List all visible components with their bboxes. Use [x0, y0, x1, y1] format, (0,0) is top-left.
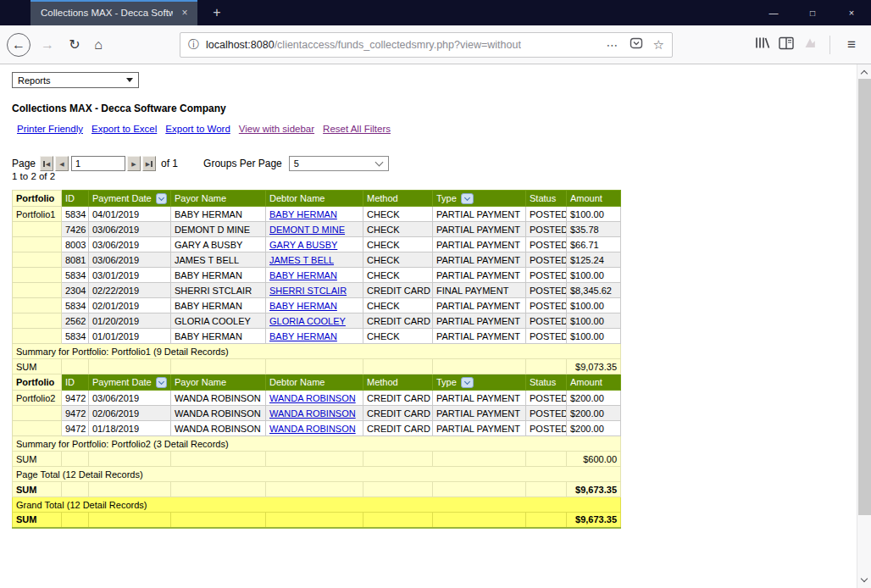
previous-page-button[interactable]: ◀ — [55, 156, 69, 171]
type-cell: PARTIAL PAYMENT — [433, 298, 526, 313]
first-page-button[interactable]: ◀ — [40, 156, 53, 171]
reports-dropdown-value: Reports — [18, 75, 51, 86]
library-icon[interactable] — [754, 36, 770, 53]
debtor-link[interactable]: DEMONT D MINE — [269, 225, 345, 235]
url-bar[interactable]: ⓘ localhost:8080 /clientaccess/funds_col… — [180, 32, 673, 58]
debtor-link[interactable]: WANDA ROBINSON — [269, 408, 356, 419]
debtor-link[interactable]: JAMES T BELL — [269, 255, 334, 265]
column-header-status[interactable]: Status — [526, 374, 567, 391]
export-to-excel-link[interactable]: Export to Excel — [92, 124, 157, 134]
amount-cell: $125.24 — [567, 252, 621, 268]
portfolio-cell — [13, 298, 62, 313]
sum-label: SUM — [13, 359, 62, 374]
method-cell: CREDIT CARD — [363, 283, 433, 298]
debtor-name-cell: BABY HERMAN — [266, 329, 363, 344]
column-header-label: Payor Name — [175, 193, 226, 203]
groups-per-page-select[interactable]: 5 — [289, 156, 389, 171]
method-cell: CREDIT CARD — [363, 406, 433, 421]
empty-cell — [266, 359, 363, 374]
reports-dropdown[interactable]: Reports — [12, 72, 139, 88]
column-header-debtor-name[interactable]: Debtor Name — [266, 191, 363, 207]
filter-icon[interactable] — [461, 377, 474, 388]
page-number-input[interactable] — [71, 156, 125, 171]
empty-cell — [363, 452, 433, 467]
back-icon[interactable]: ← — [7, 33, 31, 57]
column-header-label: Debtor Name — [269, 193, 325, 203]
status-cell: POSTED — [526, 329, 567, 344]
sidebars-icon[interactable] — [779, 36, 794, 53]
debtor-link[interactable]: WANDA ROBINSON — [269, 393, 356, 403]
forward-icon[interactable]: → — [36, 33, 59, 57]
window-titlebar: Collections MAX - Decca Software C × + —… — [0, 0, 871, 25]
column-header-type[interactable]: Type — [433, 191, 526, 207]
printer-friendly-link[interactable]: Printer Friendly — [17, 124, 83, 134]
pocket-icon[interactable] — [630, 36, 643, 53]
vertical-scrollbar[interactable] — [857, 64, 871, 588]
filter-icon[interactable] — [156, 377, 167, 388]
column-header-method[interactable]: Method — [363, 191, 433, 207]
bookmark-star-icon[interactable]: ☆ — [653, 37, 664, 53]
view-with-sidebar-link[interactable]: View with sidebar — [239, 124, 314, 134]
debtor-link[interactable]: BABY HERMAN — [269, 331, 337, 341]
reset-all-filters-link[interactable]: Reset All Filters — [323, 124, 391, 134]
method-cell: CHECK — [363, 329, 433, 344]
debtor-link[interactable]: BABY HERMAN — [269, 209, 337, 219]
navigation-toolbar: ← → ↻ ⌂ ⓘ localhost:8080 /clientaccess/f… — [0, 25, 871, 64]
status-cell: POSTED — [526, 283, 567, 298]
tab-close-icon[interactable]: × — [178, 7, 191, 19]
method-cell: CHECK — [363, 268, 433, 283]
debtor-link[interactable]: BABY HERMAN — [269, 301, 337, 311]
debtor-link[interactable]: GLORIA COOLEY — [269, 316, 346, 326]
column-header-method[interactable]: Method — [363, 374, 433, 391]
column-header-amount[interactable]: Amount — [567, 191, 621, 207]
page-content: Reports Collections MAX - Decca Software… — [0, 64, 871, 588]
scroll-up-button[interactable] — [857, 66, 871, 79]
column-header-payor-name[interactable]: Payor Name — [171, 191, 266, 207]
home-icon[interactable]: ⌂ — [86, 33, 110, 57]
column-header-debtor-name[interactable]: Debtor Name — [266, 374, 363, 391]
column-header-id[interactable]: ID — [62, 374, 89, 391]
group-sum-row: SUM$600.00 — [13, 452, 621, 467]
empty-cell — [526, 513, 567, 528]
scrollbar-thumb[interactable] — [858, 79, 871, 515]
close-button[interactable]: × — [832, 0, 871, 25]
column-header-payment-date[interactable]: Payment Date — [89, 191, 171, 207]
page-actions-icon[interactable]: ⋯ — [607, 38, 619, 52]
column-header-id[interactable]: ID — [62, 191, 89, 207]
empty-cell — [89, 482, 171, 497]
debtor-link[interactable]: SHERRI STCLAIR — [269, 286, 347, 296]
minimize-button[interactable]: — — [754, 0, 793, 25]
column-header-status[interactable]: Status — [526, 191, 567, 207]
next-page-button[interactable]: ▶ — [127, 156, 141, 171]
column-header-amount[interactable]: Amount — [567, 374, 621, 391]
filter-icon[interactable] — [461, 193, 474, 204]
type-cell: PARTIAL PAYMENT — [433, 252, 526, 268]
hamburger-menu-icon[interactable]: ≡ — [842, 36, 861, 53]
filter-icon[interactable] — [156, 193, 167, 204]
empty-cell — [89, 452, 171, 467]
debtor-link[interactable]: BABY HERMAN — [269, 270, 337, 280]
status-cell: POSTED — [526, 222, 567, 237]
debtor-link[interactable]: GARY A BUSBY — [269, 240, 337, 250]
column-header-payor-name[interactable]: Payor Name — [171, 374, 266, 391]
new-tab-button[interactable]: + — [202, 0, 231, 25]
amount-cell: $100.00 — [567, 268, 621, 283]
browser-tab[interactable]: Collections MAX - Decca Software C × — [31, 0, 197, 25]
export-to-word-link[interactable]: Export to Word — [165, 124, 230, 134]
reload-icon[interactable]: ↻ — [63, 33, 86, 57]
debtor-link[interactable]: WANDA ROBINSON — [269, 424, 356, 434]
method-cell: CHECK — [363, 222, 433, 237]
payment-date-cell: 03/06/2019 — [89, 252, 171, 268]
scroll-down-button[interactable] — [857, 574, 871, 586]
amount-cell: $100.00 — [567, 298, 621, 313]
last-page-button[interactable]: ▶ — [142, 156, 156, 171]
id-cell: 5834 — [62, 329, 89, 344]
status-cell: POSTED — [526, 237, 567, 252]
table-row: 742603/06/2019DEMONT D MINEDEMONT D MINE… — [13, 222, 621, 237]
debtor-name-cell: GARY A BUSBY — [266, 237, 363, 252]
maximize-button[interactable]: □ — [793, 0, 832, 25]
extension-icon[interactable] — [802, 36, 818, 53]
site-info-icon[interactable]: ⓘ — [188, 37, 199, 53]
column-header-payment-date[interactable]: Payment Date — [89, 374, 171, 391]
column-header-type[interactable]: Type — [433, 374, 526, 391]
